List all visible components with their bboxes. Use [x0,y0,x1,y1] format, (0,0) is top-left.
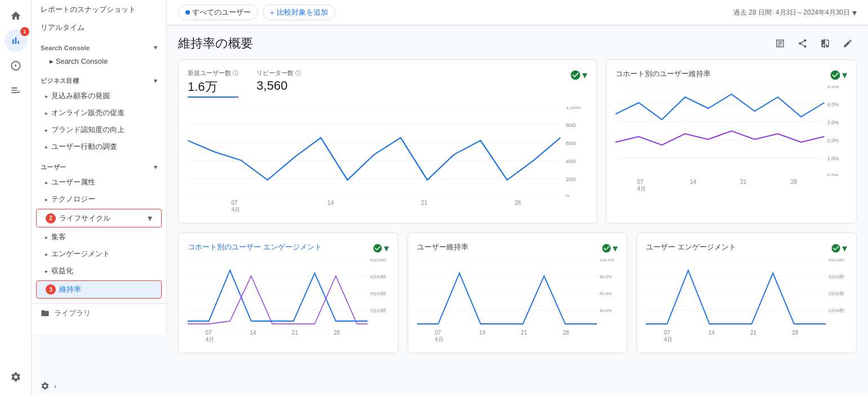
user-attr-label: ユーザー属性 [51,177,95,187]
add-compare-label: 比較対象を追加 [277,7,328,17]
card3-title: コホート別のユーザー エンゲージメント [188,242,322,252]
card1-header: 新規ユーザー数 ⓘ 1.6万 リピーター数 ⓘ 3,560 [188,69,587,102]
new-users-card: 新規ユーザー数 ⓘ 1.6万 リピーター数 ⓘ 3,560 [178,59,597,223]
new-users-metric: 新規ユーザー数 ⓘ 1.6万 [188,69,238,98]
svg-text:4分10秒: 4分10秒 [829,259,844,262]
info-icon: ⓘ [233,70,238,76]
svg-text:1,000: 1,000 [566,107,581,110]
svg-text:80.0%: 80.0% [599,274,611,279]
returning-users-metric: リピーター数 ⓘ 3,560 [256,69,301,98]
badge-1: 1 [20,27,29,36]
sidebar-item-leads[interactable]: ▸ 見込み顧客の発掘 [32,87,162,104]
reports-icon-btn[interactable]: 1 [5,29,27,52]
explore-icon-btn[interactable] [5,54,27,77]
svg-text:0.0%: 0.0% [827,173,839,176]
sidebar-item-engagement[interactable]: ▸ エンゲージメント [32,245,162,262]
biz-goals-section[interactable]: ビジネス目標 ▾ [32,69,166,87]
snapshot-label: レポートのスナップショット [41,5,136,15]
edit-btn[interactable] [839,34,857,52]
search-console-section[interactable]: Search Console ▾ [32,36,166,54]
settings-gear-icon [41,381,50,390]
home-icon-btn[interactable] [5,5,27,27]
page-actions [771,34,857,52]
engagement-arrow: ▸ [45,251,48,257]
info-icon2: ⓘ [295,70,301,76]
engagement-label: エンゲージメント [51,249,110,259]
compare-btn[interactable] [816,34,834,52]
sidebar-item-snapshot[interactable]: レポートのスナップショット [32,0,166,19]
svg-text:400: 400 [566,159,576,164]
new-users-label: 新規ユーザー数 ⓘ [188,69,238,77]
biz-goals-chevron: ▾ [154,77,157,85]
date-range-selector[interactable]: 過去 28 日間: 4月3日～2024年4月30日 ▾ [733,7,857,18]
cohort-chart: 5.0% 4.0% 3.0% 2.0% 1.0% 0.0% [615,86,848,176]
settings-label: ‹ [54,382,56,390]
all-users-chip[interactable]: すべてのユーザー [178,5,258,20]
sidebar: レポートのスナップショット リアルタイム Search Console ▾ ▸ … [32,0,167,395]
lifecycle-section[interactable]: 2 ライフサイクル ▾ [36,209,162,227]
table-view-btn[interactable] [771,34,789,52]
advertising-icon-btn[interactable] [5,79,27,102]
user-engagement-card: ユーザー エンゲージメント ▾ 4分10秒 3分20秒 2分30秒 1分40秒 … [636,232,857,353]
monetization-label: 収益化 [51,266,73,276]
card5-header: ユーザー エンゲージメント ▾ [646,242,847,254]
brand-arrow: ▸ [45,127,48,133]
user-engagement-chart: 4分10秒 3分20秒 2分30秒 1分40秒 [646,259,847,327]
sidebar-item-search-console[interactable]: ▸ Search Console [32,54,166,69]
acquisition-label: 集客 [51,232,66,242]
svg-text:100.0%: 100.0% [599,259,614,262]
sidebar-item-realtime[interactable]: リアルタイム [32,19,166,36]
leads-arrow: ▸ [45,93,48,99]
card5-check-btn[interactable]: ▾ [831,242,847,254]
new-users-chart: 1,000 800 600 400 200 0 [188,107,587,197]
svg-text:3.0%: 3.0% [827,120,839,125]
card2-header: コホート別のユーザー維持率 ▾ [615,69,848,81]
sidebar-settings[interactable]: ‹ [32,377,167,395]
card1-check-btn[interactable]: ▾ [570,69,587,81]
returning-users-value: 3,560 [256,78,301,93]
lifecycle-label: ライフサイクル [59,213,110,223]
card2-x-labels: 074月 14 21 28 [615,179,848,193]
sidebar-item-retention[interactable]: 3 維持率 [36,280,162,299]
technology-arrow: ▸ [45,196,48,203]
svg-text:800: 800 [566,122,576,128]
new-users-underline [188,96,238,98]
card3-link[interactable]: コホート別のユーザー エンゲージメント [188,243,322,251]
sidebar-library[interactable]: ライブラリ [32,303,166,323]
sidebar-content: レポートのスナップショット リアルタイム Search Console ▾ ▸ … [32,0,167,334]
card3-check-btn[interactable]: ▾ [373,242,389,254]
sidebar-item-user-attr[interactable]: ▸ ユーザー属性 [32,174,162,191]
online-sales-arrow: ▸ [45,110,48,116]
users-section[interactable]: ユーザー ▾ [32,155,166,174]
card3-x-labels: 074月 14 21 28 [188,330,389,344]
cohort-engagement-card: コホート別のユーザー エンゲージメント ▾ 8分20秒 6分40秒 5分00秒 [178,232,398,353]
card2-check-btn[interactable]: ▾ [830,69,847,81]
sidebar-item-online-sales[interactable]: ▸ オンライン販売の促進 [32,104,162,121]
card4-check-btn[interactable]: ▾ [601,242,618,254]
settings-icon-btn[interactable] [5,366,27,388]
monetization-arrow: ▸ [45,268,48,274]
card3-dropdown-arrow: ▾ [384,242,389,254]
sidebar-item-user-behavior[interactable]: ▸ ユーザー行動の調査 [32,138,162,155]
svg-text:40.0%: 40.0% [599,308,611,313]
new-users-value: 1.6万 [188,78,238,95]
svg-text:200: 200 [566,177,576,182]
arrow-icon: ▸ [50,57,56,65]
user-behavior-label: ユーザー行動の調査 [51,142,117,152]
date-range-label: 過去 28 日間: 4月3日～2024年4月30日 [733,8,850,17]
metrics-row: 新規ユーザー数 ⓘ 1.6万 リピーター数 ⓘ 3,560 [188,69,301,98]
online-sales-label: オンライン販売の促進 [51,108,125,118]
search-console-chevron: ▾ [154,44,157,51]
add-compare-btn[interactable]: + 比較対象を追加 [263,5,335,20]
users-section-label: ユーザー [41,163,66,172]
card5-dropdown-arrow: ▾ [842,242,847,254]
share-btn[interactable] [794,34,812,52]
lifecycle-chevron: ▾ [148,213,152,223]
sidebar-item-monetization[interactable]: ▸ 収益化 [32,262,162,279]
card2-title: コホート別のユーザー維持率 [615,69,711,79]
sidebar-item-brand[interactable]: ▸ ブランド認知度の向上 [32,121,162,138]
sidebar-item-acquisition[interactable]: ▸ 集客 [32,229,162,245]
card5-x-labels: 074月 14 21 28 [646,330,847,344]
sidebar-item-technology[interactable]: ▸ テクノロジー [32,191,162,208]
search-console-section-label: Search Console [41,45,90,51]
